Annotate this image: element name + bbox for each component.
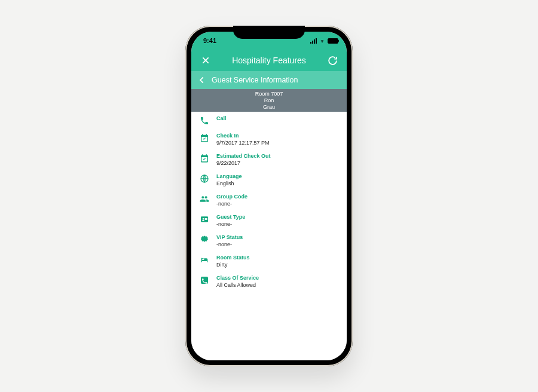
- badge-icon: [200, 235, 209, 244]
- guest-type-label: Guest Type: [216, 214, 338, 220]
- phone-square-icon: [200, 275, 209, 285]
- close-icon: [201, 56, 210, 65]
- group-icon: [200, 194, 209, 204]
- content-list[interactable]: Call Check In 9/7/2017 12:17:57 PM Estim…: [191, 112, 347, 360]
- bed-icon: [200, 255, 209, 265]
- globe-icon: [200, 174, 209, 183]
- battery-icon: [328, 38, 338, 44]
- sub-title: Guest Service Information: [212, 76, 298, 84]
- phone-frame: 9:41 Hospitality Features Guest Service …: [185, 26, 353, 366]
- page-title: Hospitality Features: [232, 56, 306, 65]
- chevron-left-icon: [198, 76, 206, 84]
- room-status-label: Room Status: [216, 255, 338, 261]
- phone-icon: [200, 116, 209, 125]
- row-language: Language English: [191, 170, 347, 190]
- refresh-button[interactable]: [326, 54, 338, 66]
- row-check-out: Estimated Check Out 9/22/2017: [191, 149, 347, 170]
- svg-point-4: [203, 218, 204, 220]
- svg-rect-5: [205, 218, 207, 219]
- room-number: Room 7007: [191, 91, 347, 97]
- calendar-icon: [200, 154, 209, 163]
- group-code-label: Group Code: [216, 194, 338, 200]
- back-button[interactable]: [196, 74, 208, 86]
- check-out-label: Estimated Check Out: [216, 153, 338, 159]
- svg-rect-6: [205, 219, 207, 220]
- status-right: [310, 38, 338, 44]
- row-group-code: Group Code -none-: [191, 190, 347, 210]
- check-in-value: 9/7/2017 12:17:57 PM: [216, 140, 338, 146]
- calendar-check-icon: [200, 133, 209, 143]
- row-vip-status: VIP Status -none-: [191, 231, 347, 251]
- language-label: Language: [216, 173, 338, 179]
- row-check-in: Check In 9/7/2017 12:17:57 PM: [191, 129, 347, 149]
- notch: [233, 26, 305, 39]
- row-guest-type: Guest Type -none-: [191, 210, 347, 231]
- row-room-status: Room Status Dirty: [191, 251, 347, 271]
- group-code-value: -none-: [216, 201, 338, 207]
- sub-header: Guest Service Information: [191, 71, 347, 89]
- close-button[interactable]: [200, 54, 212, 66]
- title-bar: Hospitality Features: [191, 50, 347, 71]
- signal-icon: [310, 38, 317, 44]
- guest-type-value: -none-: [216, 221, 338, 227]
- guest-last-name: Grau: [191, 104, 347, 111]
- wifi-icon: [319, 38, 326, 44]
- check-out-value: 9/22/2017: [216, 160, 338, 166]
- vip-status-label: VIP Status: [216, 234, 338, 240]
- status-time: 9:41: [203, 37, 216, 44]
- language-value: English: [216, 180, 338, 186]
- call-label: Call: [216, 115, 338, 121]
- refresh-icon: [328, 56, 338, 66]
- screen: 9:41 Hospitality Features Guest Service …: [191, 32, 347, 360]
- room-info-bar: Room 7007 Ron Grau: [191, 89, 347, 112]
- class-of-service-label: Class Of Service: [216, 275, 338, 281]
- class-of-service-value: All Calls Allowed: [216, 282, 338, 288]
- vip-status-value: -none-: [216, 241, 338, 247]
- row-class-of-service: Class Of Service All Calls Allowed: [191, 271, 347, 292]
- guest-first-name: Ron: [191, 97, 347, 104]
- room-status-value: Dirty: [216, 262, 338, 268]
- check-in-label: Check In: [216, 133, 338, 139]
- row-call[interactable]: Call: [191, 112, 347, 129]
- id-card-icon: [200, 215, 209, 224]
